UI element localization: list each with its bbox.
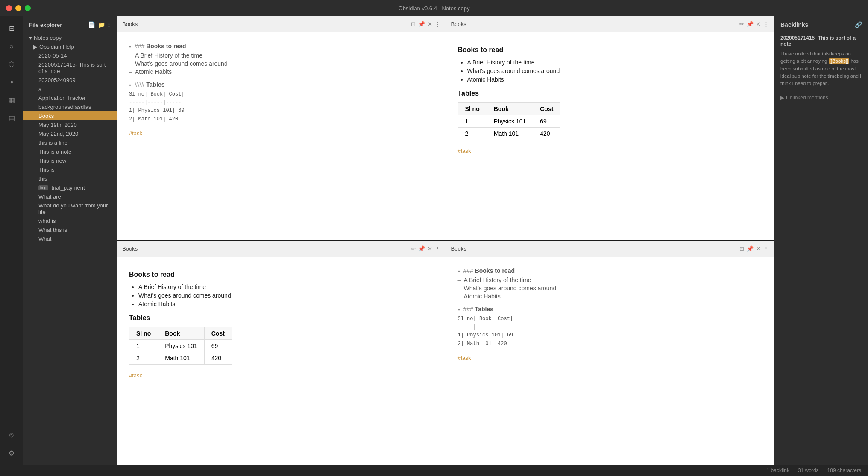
main-content: Books ⊡ 📌 ✕ ⋮ ▾ ### Books to read <box>117 16 868 465</box>
pane-expand-icon-4[interactable]: ⊡ <box>739 245 744 252</box>
icon-sidebar: ⊞ ⌕ ⬡ ✦ ▦ ▤ ⎋ ⚙ <box>0 16 23 465</box>
list-item: What's goes around comes around <box>467 67 762 74</box>
collapse-arrow-2[interactable]: ▾ <box>129 83 131 88</box>
sidebar-settings-btn[interactable]: ⚙ <box>4 445 19 461</box>
file-item-what[interactable]: What <box>23 234 117 243</box>
file-item-may22[interactable]: May 22nd, 2020 <box>23 129 117 138</box>
file-item-what-this-is[interactable]: What this is <box>23 225 117 234</box>
pane-pin-icon-3[interactable]: 📌 <box>418 245 425 252</box>
file-item-this-is-a-line[interactable]: this is a line <box>23 138 117 147</box>
raw-heading-tables-2: ▾ ### Tables <box>458 306 762 312</box>
new-folder-icon[interactable]: 📁 <box>98 21 105 28</box>
file-item-a[interactable]: a <box>23 85 117 93</box>
file-item-what-are[interactable]: What are <box>23 192 117 201</box>
pane-close-icon[interactable]: ✕ <box>428 21 432 27</box>
pane-bottom-left-title: Books <box>122 245 408 252</box>
pane-close-icon-3[interactable]: ✕ <box>428 245 432 252</box>
table-cell: 2 <box>458 128 487 140</box>
close-button[interactable] <box>6 5 12 11</box>
new-file-icon[interactable]: 📄 <box>88 21 95 28</box>
tag-link-task-2[interactable]: #task <box>129 371 434 379</box>
pane-more-icon[interactable]: ⋮ <box>435 21 440 27</box>
raw-tag-2[interactable]: #task <box>458 354 762 362</box>
table-header-cost-2: Cost <box>204 327 232 340</box>
tag-link-task[interactable]: #task <box>458 147 762 155</box>
sidebar-bottom: ⎋ ⚙ <box>4 427 19 461</box>
collapse-arrow-3[interactable]: ▾ <box>458 269 460 274</box>
pane-top-left-icons: ⊡ 📌 ✕ ⋮ <box>411 21 440 27</box>
pane-top-left-header: Books ⊡ 📌 ✕ ⋮ <box>117 16 446 32</box>
file-item-202005171415[interactable]: 202005171415- This is sort of a note <box>23 60 117 76</box>
pane-close-icon-2[interactable]: ✕ <box>756 21 761 27</box>
file-item-this-is-a-note[interactable]: This is a note <box>23 147 117 156</box>
pane-bottom-left-header: Books ✏ 📌 ✕ ⋮ <box>117 241 446 257</box>
sidebar-graph-btn[interactable]: ⬡ <box>4 56 19 72</box>
file-item-may19[interactable]: May 19th, 2020 <box>23 120 117 129</box>
status-bar: 1 backlink 31 words 189 characters <box>0 465 868 476</box>
unlinked-mentions[interactable]: ▶ Unlinked mentions <box>780 95 862 101</box>
table-header-slno-2: Sl no <box>129 327 158 340</box>
list-item: What's goes around comes around <box>138 292 434 299</box>
file-item-what-is[interactable]: what is <box>23 216 117 225</box>
file-item-2020-05-14[interactable]: 2020-05-14 <box>23 51 117 60</box>
pane-more-icon-4[interactable]: ⋮ <box>763 245 769 252</box>
sidebar-inbox-btn[interactable]: ▤ <box>4 110 19 126</box>
raw-section-heading4: ▾ ### Tables Sl no| Book| Cost| -----|--… <box>458 306 762 348</box>
pane-edit-icon-3[interactable]: ✏ <box>411 245 416 252</box>
preview-list-1: A Brief History of the time What's goes … <box>458 59 762 83</box>
file-item-books[interactable]: Books <box>23 111 117 120</box>
collapse-arrow-4[interactable]: ▾ <box>458 307 460 312</box>
file-item-202005240909[interactable]: 202005240909 <box>23 76 117 85</box>
pane-expand-icon[interactable]: ⊡ <box>411 21 416 27</box>
preview-heading-books-to-read: Books to read <box>458 46 762 54</box>
sort-icon[interactable]: ↕ <box>108 21 111 28</box>
table-header-cost: Cost <box>533 103 560 115</box>
sidebar-stars-btn[interactable]: ✦ <box>4 74 19 90</box>
raw-section-heading2: ▾ ### Tables Sl no| Book| Cost| -----|--… <box>129 81 434 123</box>
sidebar-files-btn[interactable]: ⊞ <box>4 20 19 36</box>
pane-edit-icon[interactable]: ✏ <box>739 21 744 27</box>
table-cell: 1 <box>129 340 158 352</box>
collapse-arrow[interactable]: ▾ <box>129 44 131 49</box>
file-item-this-is[interactable]: This is <box>23 165 117 174</box>
raw-tag[interactable]: #task <box>129 129 434 137</box>
pane-pin-icon-4[interactable]: 📌 <box>747 245 754 252</box>
pane-bottom-right-title: Books <box>451 245 736 252</box>
file-item-this[interactable]: this <box>23 174 117 183</box>
table-cell: Math 101 <box>158 352 204 365</box>
file-item-this-is-new[interactable]: This is new <box>23 156 117 165</box>
file-item-notes-copy[interactable]: ▾ Notes copy <box>23 33 117 42</box>
pane-pin-icon[interactable]: 📌 <box>418 21 425 27</box>
preview-heading-tables-2: Tables <box>129 314 434 322</box>
table-cell: 69 <box>204 340 232 352</box>
list-item: Atomic Habits <box>467 76 762 83</box>
pane-top-right: Books ✏ 📌 ✕ ⋮ Books to read A Brief Hist… <box>446 16 774 240</box>
table-header-book-2: Book <box>158 327 204 340</box>
file-item-backgrounasdfasdfas[interactable]: backgrounasdfasdfas <box>23 102 117 111</box>
pane-pin-icon-2[interactable]: 📌 <box>747 21 754 27</box>
file-item-what-do-you-want[interactable]: What do you want from your life <box>23 201 117 216</box>
preview-table-2: Sl no Book Cost 1 Physics 101 69 <box>129 327 232 365</box>
pane-close-icon-4[interactable]: ✕ <box>756 245 761 252</box>
folder-open-icon: ▾ <box>29 35 32 41</box>
file-item-trial-payment[interactable]: img trial_payment <box>23 183 117 192</box>
sidebar-search-btn[interactable]: ⌕ <box>4 38 19 54</box>
sidebar-logout-btn[interactable]: ⎋ <box>4 427 19 443</box>
pane-top-right-header: Books ✏ 📌 ✕ ⋮ <box>446 16 774 32</box>
backlink-note-title[interactable]: 202005171415- This is sort of a note <box>780 35 862 47</box>
pane-more-icon-3[interactable]: ⋮ <box>435 245 440 252</box>
file-item-obsidian-help[interactable]: ▶ Obsidian Help <box>23 42 117 51</box>
maximize-button[interactable] <box>25 5 31 11</box>
file-explorer: File explorer 📄 📁 ↕ ▾ Notes copy ▶ Obsid… <box>23 16 117 465</box>
table-row: 2 Math 101 420 <box>458 128 560 140</box>
backlink-note-text: I have noticed that this keeps on gettin… <box>780 50 862 87</box>
backlink-highlight[interactable]: [[Books]] <box>829 58 850 64</box>
minimize-button[interactable] <box>15 5 21 11</box>
backlinks-link-icon[interactable]: 🔗 <box>855 21 862 28</box>
table-cell: 1 <box>458 115 487 128</box>
sidebar-calendar-btn[interactable]: ▦ <box>4 92 19 108</box>
raw-heading-books-to-read-2: ▾ ### Books to read <box>458 267 762 274</box>
file-item-application-tracker[interactable]: Application Tracker <box>23 93 117 102</box>
pane-more-icon-2[interactable]: ⋮ <box>763 21 769 27</box>
pane-top-left: Books ⊡ 📌 ✕ ⋮ ▾ ### Books to read <box>117 16 446 240</box>
